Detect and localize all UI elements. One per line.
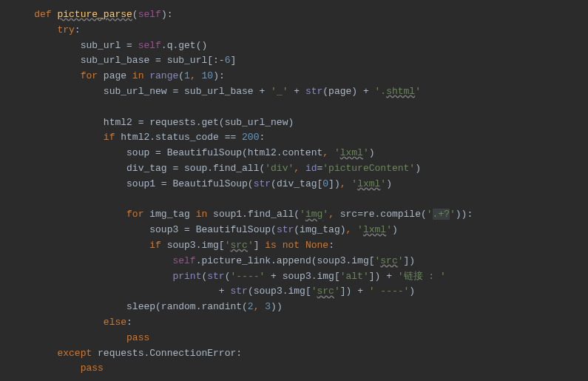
token: , (346, 224, 358, 235)
token: lxml (357, 178, 380, 189)
code-line: sub_url_new = sub_url_base + '_' + str(p… (11, 84, 577, 100)
token: 'pictureContent' (322, 163, 415, 174)
token: ( (132, 9, 138, 20)
token: ]) (404, 255, 416, 266)
code-line: soup = BeautifulSoup(html2.content, 'lxm… (11, 146, 577, 161)
token: ): (161, 9, 173, 20)
token: sub_url_base = sub_url[:- (81, 55, 225, 66)
token: : (126, 317, 132, 328)
token: try (57, 24, 74, 36)
token: ' (311, 286, 317, 297)
token: ( (178, 70, 184, 81)
token: , (294, 163, 305, 174)
token: None (305, 240, 328, 251)
token: 3 (265, 301, 271, 312)
token: html2.status_code == (121, 132, 242, 143)
token: '链接 : ' (398, 271, 446, 282)
token: src (340, 209, 357, 220)
token: + (219, 286, 231, 297)
token: ' (300, 209, 305, 220)
token: lxml (340, 147, 363, 158)
token: : (259, 132, 265, 143)
code-line: pass (11, 361, 577, 377)
token: ] (254, 240, 266, 251)
code-line: for page in range(1, 10): (11, 69, 577, 84)
token: ]) + (369, 271, 398, 282)
token: soup1.find_all( (213, 209, 300, 220)
token: , (328, 209, 340, 220)
token: ) (409, 286, 415, 297)
code-line: sub_url_base = sub_url[:-6] (11, 53, 577, 69)
token: print (172, 271, 201, 282)
token: , (190, 70, 202, 81)
token: ' (363, 147, 369, 158)
code-line: if soup3.img['src'] is not None: (11, 238, 577, 254)
token: is not (265, 240, 305, 251)
token: ) (392, 224, 398, 235)
token: str (254, 178, 271, 189)
token: src (380, 255, 397, 266)
token: in (196, 209, 213, 220)
token: src (317, 286, 334, 297)
token: if (104, 132, 121, 143)
token: pass (81, 363, 104, 374)
code-line: print(str('----' + soup3.img['alt']) + '… (11, 269, 577, 285)
code-line: self.picture_link.append(soup3.img['src'… (11, 254, 577, 269)
token: : (75, 24, 81, 36)
code-line: def picture_parse(self): (11, 7, 577, 23)
token: .q.get() (161, 40, 207, 51)
token: ' (334, 286, 340, 297)
token: def (34, 9, 57, 20)
token: soup = BeautifulSoup(html2.content (126, 147, 322, 158)
token: ) (386, 178, 392, 189)
code-line: html2 = requests.get(sub_url_new) (11, 115, 577, 131)
token: self (172, 255, 195, 266)
token: ' (450, 209, 456, 220)
token: soup3 = BeautifulSoup( (149, 224, 277, 235)
token: str (230, 286, 247, 297)
token: for (81, 70, 104, 81)
code-line (11, 192, 577, 208)
token: ' (351, 178, 357, 189)
token: picture_parse (57, 9, 132, 20)
token: , (322, 147, 334, 158)
token: img_tag (149, 209, 195, 220)
token: ' (248, 240, 254, 251)
token: src (230, 240, 247, 251)
token: 1 (184, 70, 190, 81)
token: )) (271, 301, 283, 312)
code-line: else: (11, 315, 577, 331)
code-line: try: (11, 23, 577, 38)
code-line: sub_url = self.q.get() (11, 38, 577, 54)
code-line: sleep(random.randint(2, 3)) (11, 300, 577, 315)
token: ' (380, 178, 386, 189)
code-line: for img_tag in soup1.find_all('img', src… (11, 207, 577, 223)
token: ' (322, 209, 328, 220)
token: self (138, 40, 161, 51)
token: range (149, 70, 178, 81)
token: requests.ConnectionError: (98, 348, 242, 359)
code-line: if html2.status_code == 200: (11, 130, 577, 146)
token: + soup3.img[ (271, 271, 340, 282)
token: ' (386, 224, 392, 235)
token: except (57, 348, 98, 359)
token: else (104, 317, 126, 328)
token: 0 (322, 178, 328, 189)
token: .picture_link.append(soup3.img[ (196, 255, 375, 266)
token: '. (375, 86, 387, 97)
code-line: soup1 = BeautifulSoup(str(div_tag[0]), '… (11, 177, 577, 192)
token: 10 (202, 70, 214, 81)
token: img (305, 209, 322, 220)
token: 2 (248, 301, 254, 312)
code-line: div_tag = soup.find_all('div', id='pictu… (11, 161, 577, 177)
token: pass (126, 332, 149, 343)
token: sub_url = (81, 40, 138, 51)
token: ' (334, 147, 340, 158)
token: ' (415, 86, 421, 97)
token: in (132, 70, 149, 81)
token: div_tag = soup.find_all( (126, 163, 265, 174)
token: ) (369, 147, 375, 158)
token: str (207, 271, 224, 282)
token: shtml (386, 86, 415, 97)
token: ): (213, 70, 225, 81)
